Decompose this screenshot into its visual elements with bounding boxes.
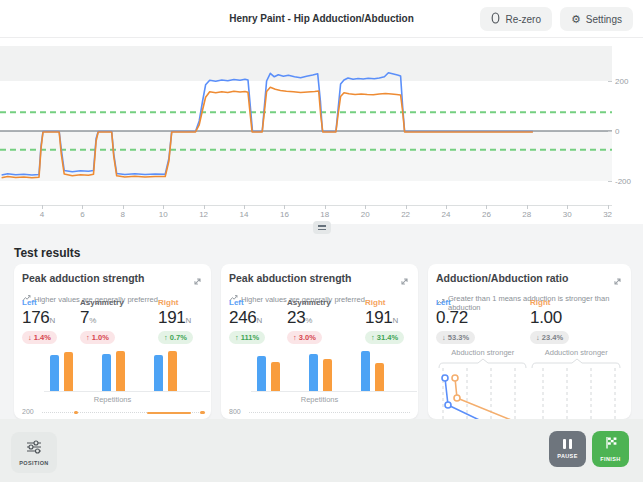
x-tick-label: 16 [280, 210, 289, 219]
change-badge: ↑ 31.4% [365, 331, 404, 344]
card-title: Peak abduction strength [229, 272, 352, 284]
stat-label: Right [158, 298, 178, 307]
card-peak-adduction: Peak adduction strength Higher values ar… [14, 264, 211, 419]
stat-label: Asymmetry [80, 298, 124, 307]
position-label: POSITION [19, 460, 48, 466]
settings-label: Settings [586, 14, 622, 25]
stat-label: Right [365, 298, 385, 307]
pause-button[interactable]: PAUSE [549, 431, 586, 467]
pause-label: PAUSE [557, 453, 578, 459]
stat-unit: N [256, 316, 261, 325]
x-tick-label: 32 [603, 210, 612, 219]
card-title: Adduction/Abduction ratio [436, 272, 568, 284]
position-button[interactable]: POSITION [11, 432, 57, 473]
x-tick [325, 205, 326, 209]
rep-bar-left [50, 355, 59, 391]
rep-bar-left [102, 354, 111, 391]
stat-value: 1.00 [530, 308, 562, 327]
x-tick-label: 30 [563, 210, 572, 219]
cutoff-next-chart: 800 [229, 408, 410, 419]
x-tick [123, 205, 124, 209]
y-tick-label: -200 [615, 177, 631, 186]
settings-button[interactable]: ⚙ Settings [560, 7, 633, 31]
rezero-button[interactable]: Re-zero [480, 7, 552, 31]
force-trace-plot [0, 46, 612, 206]
checkered-flag-icon [604, 436, 618, 452]
rep-bar-right [116, 351, 125, 391]
stat-label: Left [22, 298, 37, 307]
x-tick-label: 28 [522, 210, 531, 219]
x-tick [284, 205, 285, 209]
x-tick [567, 205, 568, 209]
x-tick-label: 24 [442, 210, 451, 219]
rep-bar-right [323, 359, 332, 391]
stat-right: Right 1.00 ↓ 23.4% [530, 298, 569, 344]
x-tick-label: 14 [240, 210, 249, 219]
change-badge: ↑ 111% [229, 331, 265, 344]
x-tick [365, 205, 366, 209]
stat-value: 176 [22, 308, 49, 327]
x-tick [406, 205, 407, 209]
stat-value: 7 [80, 308, 89, 327]
x-tick-label: 8 [121, 210, 125, 219]
x-tick [163, 205, 164, 209]
y-tick-label: 200 [615, 77, 628, 86]
results-heading: Test results [14, 246, 80, 260]
stat-value: 23 [287, 308, 305, 327]
change-badge: ↑ 1.0% [80, 331, 115, 344]
rep-bar-left [154, 355, 163, 391]
test-results-section: Test results Peak adduction strength Hig… [0, 224, 643, 419]
x-tick-label: 10 [159, 210, 168, 219]
stat-asymmetry: Asymmetry 23% ↑ 3.0% [287, 298, 365, 344]
repetitions-bar-chart [44, 352, 210, 392]
stat-value: 191 [158, 308, 185, 327]
change-badge: ↓ 23.4% [530, 331, 569, 344]
x-tick [486, 205, 487, 209]
header-buttons: Re-zero ⚙ Settings [480, 7, 633, 31]
footer-bar: POSITION PAUSE FINISH [0, 419, 643, 482]
stat-unit: % [89, 316, 96, 325]
stat-label: Left [229, 298, 244, 307]
app-window: Henry Paint - Hip Adduction/Abduction Re… [0, 0, 643, 482]
panel-resize-handle[interactable] [313, 221, 331, 234]
cutoff-axis-label: 200 [22, 408, 34, 415]
card-peak-abduction: Peak abduction strength Higher values ar… [221, 264, 418, 419]
x-tick-label: 18 [320, 210, 329, 219]
stat-left: Left 0.72 ↓ 53.3% [436, 298, 530, 344]
rep-bar-right [64, 352, 73, 391]
x-tick [82, 205, 83, 209]
x-tick-label: 22 [401, 210, 410, 219]
rep-bar-right [375, 363, 384, 391]
finish-button[interactable]: FINISH [592, 431, 629, 467]
x-tick-label: 26 [482, 210, 491, 219]
cutoff-next-chart: 200 [22, 408, 203, 419]
stat-value: 191 [365, 308, 392, 327]
stat-unit: N [185, 316, 190, 325]
cutoff-axis-label: 800 [229, 408, 241, 415]
zone-label-abduction: Abduction stronger [436, 348, 530, 357]
x-tick [42, 205, 43, 209]
expand-icon[interactable] [612, 273, 623, 291]
change-badge: ↑ 0.7% [158, 331, 193, 344]
zero-device-icon [491, 12, 500, 26]
card-title: Peak adduction strength [22, 272, 145, 284]
force-trace-chart[interactable]: 468101214161820222426283032 2000-200 [0, 38, 643, 224]
change-badge: ↓ 53.3% [436, 331, 475, 344]
x-tick [527, 205, 528, 209]
stat-asymmetry: Asymmetry 7% ↑ 1.0% [80, 298, 158, 344]
change-badge: ↑ 3.0% [287, 331, 322, 344]
stat-value: 0.72 [436, 308, 468, 327]
zone-label-adduction: Adduction stronger [530, 348, 624, 357]
bar-chart-xlabel: Repetitions [14, 395, 211, 404]
stat-right: Right 191N ↑ 0.7% [158, 298, 193, 344]
repetitions-bar-chart [251, 352, 417, 392]
stat-left: Left 246N ↑ 111% [229, 298, 287, 344]
expand-icon[interactable] [192, 273, 203, 291]
expand-icon[interactable] [399, 273, 410, 291]
rezero-label: Re-zero [505, 14, 541, 25]
pause-icon [563, 439, 572, 449]
gear-icon: ⚙ [571, 14, 581, 25]
x-axis [0, 205, 612, 206]
stat-unit: % [305, 316, 312, 325]
ratio-trend-chart [436, 366, 623, 419]
